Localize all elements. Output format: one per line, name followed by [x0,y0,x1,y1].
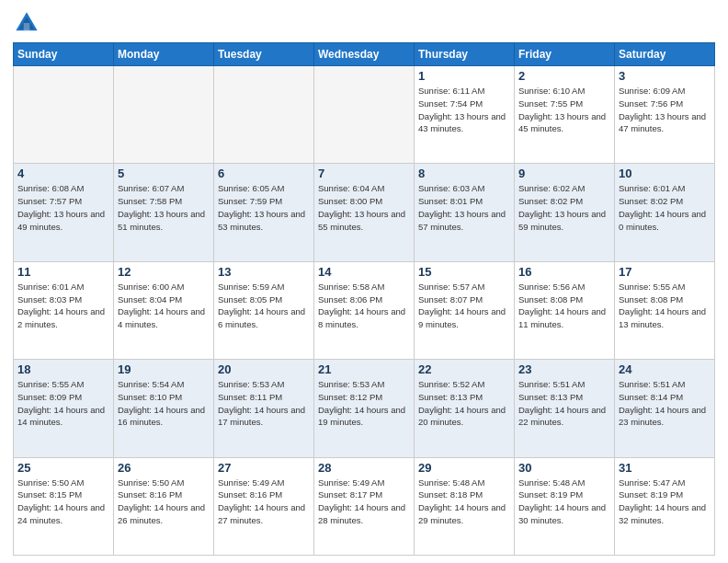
day-header-thursday: Thursday [415,43,515,66]
daylight-text: Daylight: 14 hours and 24 minutes. [17,502,105,525]
day-info: Sunrise: 5:57 AMSunset: 8:07 PMDaylight:… [418,281,510,331]
day-number: 18 [17,362,109,376]
sunrise-text: Sunrise: 5:58 AM [318,282,384,292]
sunrise-text: Sunrise: 6:04 AM [318,183,384,193]
sunset-text: Sunset: 8:03 PM [17,294,82,304]
daylight-text: Daylight: 14 hours and 20 minutes. [418,405,506,428]
sunrise-text: Sunrise: 6:01 AM [17,282,84,292]
day-number: 7 [318,167,410,180]
calendar-cell: 10Sunrise: 6:01 AMSunset: 8:02 PMDayligh… [615,164,715,261]
day-info: Sunrise: 5:48 AMSunset: 8:19 PMDaylight:… [518,477,610,527]
sunrise-text: Sunrise: 6:01 AM [619,183,685,193]
day-info: Sunrise: 6:01 AMSunset: 8:03 PMDaylight:… [17,281,109,331]
daylight-text: Daylight: 14 hours and 8 minutes. [318,306,405,329]
sunrise-text: Sunrise: 6:02 AM [518,183,585,193]
calendar-cell: 6Sunrise: 6:05 AMSunset: 7:59 PMDaylight… [214,164,314,261]
calendar-week-row: 11Sunrise: 6:01 AMSunset: 8:03 PMDayligh… [14,261,715,359]
sunset-text: Sunset: 8:06 PM [318,294,382,304]
day-number: 19 [118,362,210,376]
day-number: 23 [518,362,610,376]
calendar-cell: 8Sunrise: 6:03 AMSunset: 8:01 PMDaylight… [415,164,515,261]
sunset-text: Sunset: 8:16 PM [118,489,182,500]
daylight-text: Daylight: 14 hours and 4 minutes. [118,306,205,329]
sunset-text: Sunset: 7:59 PM [218,196,282,206]
day-number: 1 [418,69,510,83]
calendar-cell: 15Sunrise: 5:57 AMSunset: 8:07 PMDayligh… [415,261,515,359]
calendar-cell: 28Sunrise: 5:49 AMSunset: 8:17 PMDayligh… [314,457,415,555]
day-number: 14 [318,265,410,279]
calendar-cell [14,66,114,164]
logo [13,9,44,37]
day-number: 10 [619,167,711,180]
daylight-text: Daylight: 14 hours and 14 minutes. [17,405,105,428]
daylight-text: Daylight: 14 hours and 27 minutes. [218,502,305,525]
sunset-text: Sunset: 8:14 PM [619,392,683,402]
sunset-text: Sunset: 8:02 PM [518,196,583,206]
calendar-cell: 24Sunrise: 5:51 AMSunset: 8:14 PMDayligh… [615,360,715,457]
day-header-saturday: Saturday [615,43,715,66]
daylight-text: Daylight: 14 hours and 19 minutes. [318,405,405,428]
daylight-text: Daylight: 14 hours and 26 minutes. [118,502,205,525]
sunrise-text: Sunrise: 5:59 AM [218,282,284,292]
day-number: 31 [619,461,711,475]
calendar-cell: 27Sunrise: 5:49 AMSunset: 8:16 PMDayligh… [214,457,314,555]
daylight-text: Daylight: 13 hours and 55 minutes. [318,209,405,232]
daylight-text: Daylight: 13 hours and 43 minutes. [418,111,506,134]
day-info: Sunrise: 6:08 AMSunset: 7:57 PMDaylight:… [17,182,109,233]
daylight-text: Daylight: 14 hours and 2 minutes. [17,306,105,329]
calendar-cell: 14Sunrise: 5:58 AMSunset: 8:06 PMDayligh… [314,261,415,359]
day-header-monday: Monday [114,43,214,66]
daylight-text: Daylight: 13 hours and 47 minutes. [619,111,706,134]
day-number: 28 [318,461,410,475]
daylight-text: Daylight: 14 hours and 23 minutes. [619,405,706,428]
day-header-tuesday: Tuesday [214,43,314,66]
calendar-cell: 5Sunrise: 6:07 AMSunset: 7:58 PMDaylight… [114,164,214,261]
calendar-header-row: SundayMondayTuesdayWednesdayThursdayFrid… [14,43,715,66]
calendar-week-row: 4Sunrise: 6:08 AMSunset: 7:57 PMDaylight… [14,164,715,261]
calendar-cell [214,66,314,164]
daylight-text: Daylight: 14 hours and 0 minutes. [619,209,706,232]
calendar-cell: 29Sunrise: 5:48 AMSunset: 8:18 PMDayligh… [415,457,515,555]
calendar-cell: 9Sunrise: 6:02 AMSunset: 8:02 PMDaylight… [515,164,615,261]
calendar-cell: 19Sunrise: 5:54 AMSunset: 8:10 PMDayligh… [114,360,214,457]
day-info: Sunrise: 6:11 AMSunset: 7:54 PMDaylight:… [418,85,510,135]
sunset-text: Sunset: 7:57 PM [17,196,82,206]
calendar-cell: 4Sunrise: 6:08 AMSunset: 7:57 PMDaylight… [14,164,114,261]
calendar-cell: 18Sunrise: 5:55 AMSunset: 8:09 PMDayligh… [14,360,114,457]
daylight-text: Daylight: 13 hours and 45 minutes. [518,111,606,134]
daylight-text: Daylight: 14 hours and 17 minutes. [218,405,305,428]
day-info: Sunrise: 5:51 AMSunset: 8:14 PMDaylight:… [619,378,711,429]
sunset-text: Sunset: 8:02 PM [619,196,683,206]
day-number: 15 [418,265,510,279]
sunrise-text: Sunrise: 5:47 AM [619,477,685,488]
daylight-text: Daylight: 14 hours and 9 minutes. [418,306,506,329]
daylight-text: Daylight: 13 hours and 57 minutes. [418,209,506,232]
day-info: Sunrise: 5:48 AMSunset: 8:18 PMDaylight:… [418,477,510,527]
calendar-cell: 20Sunrise: 5:53 AMSunset: 8:11 PMDayligh… [214,360,314,457]
sunset-text: Sunset: 8:04 PM [118,294,182,304]
sunrise-text: Sunrise: 6:09 AM [619,86,685,96]
calendar-cell [314,66,415,164]
day-number: 25 [17,461,109,475]
sunrise-text: Sunrise: 6:03 AM [418,183,484,193]
sunset-text: Sunset: 8:18 PM [418,489,483,500]
daylight-text: Daylight: 14 hours and 30 minutes. [518,502,606,525]
day-info: Sunrise: 6:05 AMSunset: 7:59 PMDaylight:… [218,182,310,233]
calendar-cell: 11Sunrise: 6:01 AMSunset: 8:03 PMDayligh… [14,261,114,359]
calendar-cell: 26Sunrise: 5:50 AMSunset: 8:16 PMDayligh… [114,457,214,555]
calendar-cell: 25Sunrise: 5:50 AMSunset: 8:15 PMDayligh… [14,457,114,555]
calendar-cell: 13Sunrise: 5:59 AMSunset: 8:05 PMDayligh… [214,261,314,359]
sunset-text: Sunset: 8:13 PM [518,392,583,402]
calendar-cell: 21Sunrise: 5:53 AMSunset: 8:12 PMDayligh… [314,360,415,457]
day-number: 12 [118,265,210,279]
sunrise-text: Sunrise: 5:53 AM [218,379,284,389]
day-info: Sunrise: 5:53 AMSunset: 8:11 PMDaylight:… [218,378,310,429]
day-number: 26 [118,461,210,475]
sunset-text: Sunset: 8:13 PM [418,392,483,402]
day-number: 17 [619,265,711,279]
sunset-text: Sunset: 7:56 PM [619,98,683,109]
calendar-cell: 17Sunrise: 5:55 AMSunset: 8:08 PMDayligh… [615,261,715,359]
calendar-cell: 12Sunrise: 6:00 AMSunset: 8:04 PMDayligh… [114,261,214,359]
sunset-text: Sunset: 8:07 PM [418,294,483,304]
sunrise-text: Sunrise: 5:53 AM [318,379,384,389]
